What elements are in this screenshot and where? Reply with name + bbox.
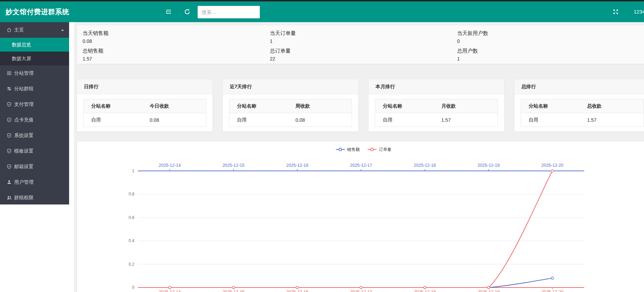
sidebar-item-label: 分站群组 — [12, 86, 34, 92]
svg-text:2025-12-18: 2025-12-18 — [414, 290, 436, 292]
users-icon — [6, 195, 12, 201]
ranking-card-title: 日排行 — [77, 79, 212, 94]
stat-value: 1 — [270, 38, 452, 45]
svg-text:2025-12-17: 2025-12-17 — [350, 163, 372, 168]
svg-text:2025-12-20: 2025-12-20 — [541, 163, 564, 168]
svg-text:2025-12-19: 2025-12-19 — [477, 163, 500, 168]
fullscreen-icon[interactable] — [609, 1, 622, 22]
shield-icon — [6, 101, 12, 107]
sliders-icon — [6, 86, 12, 92]
user-icon — [6, 179, 12, 185]
sidebar-item-substation-management[interactable]: 分站管理 — [0, 65, 69, 81]
sidebar-item-label: 用户管理 — [12, 179, 34, 185]
table-cell: 1.57 — [587, 113, 643, 127]
sidebar-item-label: 群组权限 — [12, 195, 34, 201]
app-header: 妙文馆付费进群系统 12345 — [0, 1, 644, 22]
table-cell: 自用 — [229, 113, 296, 127]
sidebar-item-label: 支付管理 — [12, 101, 34, 108]
stat-value: 22 — [270, 55, 452, 62]
sidebar-item-label: 模板设置 — [12, 148, 34, 154]
table-header-cell: 总收款 — [587, 99, 643, 113]
svg-text:2025-12-16: 2025-12-16 — [286, 163, 308, 168]
ranking-table: 分站名称周收款自用0.08 — [229, 99, 352, 127]
svg-text:2025-12-16: 2025-12-16 — [286, 290, 308, 292]
table-cell: 0.08 — [295, 113, 352, 127]
sidebar-item-card-recharge[interactable]: 点卡充值 — [0, 112, 69, 128]
search-input[interactable] — [198, 6, 260, 18]
shield-icon — [6, 164, 12, 170]
sidebar-item-template-settings[interactable]: 模板设置 — [0, 143, 69, 159]
stat-cell: 当天销售额0.08 — [77, 27, 264, 45]
table-header-cell: 今日收款 — [150, 99, 206, 113]
svg-text:2025-12-15: 2025-12-15 — [222, 290, 245, 292]
ranking-card: 近7天排行分站名称周收款自用0.08 — [222, 79, 359, 132]
menu-collapse-icon[interactable] — [162, 1, 175, 22]
table-cell: 自用 — [521, 113, 587, 127]
sidebar-item-payment-management[interactable]: 支付管理 — [0, 97, 69, 112]
ranking-table: 分站名称总收款自用1.57 — [521, 99, 644, 127]
table-cell: 自用 — [84, 113, 150, 127]
legend-item-sales[interactable]: 销售额 — [335, 147, 360, 152]
svg-text:2025-12-15: 2025-12-15 — [222, 163, 245, 168]
legend-label: 销售额 — [347, 147, 360, 152]
svg-text:0.6: 0.6 — [129, 215, 134, 220]
stat-cell: 当天订单量1 — [264, 27, 452, 45]
chart-card: 销售额订单量 00.20.40.60.812025-12-142025-12-1… — [77, 141, 644, 292]
svg-text:1: 1 — [132, 168, 134, 173]
ranking-table: 分站名称今日收款自用0.08 — [83, 99, 206, 127]
sidebar-item-group-permissions[interactable]: 群组权限 — [0, 190, 69, 206]
stats-card: 当天销售额0.08当天订单量1当天新用户数0总销售额1.57总订单量22总用户数… — [77, 25, 644, 64]
stat-value: 0.08 — [83, 38, 264, 45]
sidebar: 主页数据总览数据大屏分站管理分站群组支付管理点卡充值系统设置模板设置邮箱设置用户… — [0, 22, 69, 204]
username[interactable]: 12345 — [634, 1, 644, 22]
table-row: 自用0.08 — [229, 113, 352, 127]
svg-text:2025-12-14: 2025-12-14 — [159, 290, 181, 292]
svg-text:0.4: 0.4 — [129, 238, 134, 243]
ranking-card: 日排行分站名称今日收款自用0.08 — [77, 79, 213, 132]
sidebar-item-data-screen[interactable]: 数据大屏 — [0, 52, 69, 65]
legend-item-orders[interactable]: 订单量 — [367, 147, 391, 152]
ranking-card: 本月排行分站名称月收款自用1.57 — [368, 79, 504, 132]
sidebar-item-user-management[interactable]: 用户管理 — [0, 174, 69, 190]
stat-value: 1.57 — [83, 55, 264, 62]
ranking-card: 总排行分站名称总收款自用1.57 — [514, 79, 644, 132]
stat-label: 当天订单量 — [270, 29, 452, 38]
stat-label: 总用户数 — [457, 46, 638, 55]
table-cell: 1.57 — [441, 113, 498, 127]
sidebar-item-label: 点卡充值 — [12, 117, 34, 123]
sidebar-item-system-settings[interactable]: 系统设置 — [0, 128, 69, 143]
table-header-row: 分站名称总收款 — [521, 99, 644, 113]
sidebar-item-label: 分站管理 — [12, 70, 34, 76]
main-content: 当天销售额0.08当天订单量1当天新用户数0总销售额1.57总订单量22总用户数… — [69, 22, 644, 292]
table-header-row: 分站名称周收款 — [229, 99, 352, 113]
svg-text:0.2: 0.2 — [129, 262, 134, 267]
sidebar-item-home[interactable]: 主页 — [0, 22, 69, 38]
svg-text:0.8: 0.8 — [129, 192, 134, 197]
sidebar-item-email-settings[interactable]: 邮箱设置 — [0, 159, 69, 174]
stat-cell: 当天新用户数0 — [452, 27, 638, 45]
refresh-icon[interactable] — [181, 1, 193, 22]
svg-text:2025-12-17: 2025-12-17 — [350, 290, 372, 292]
table-row: 自用0.08 — [84, 113, 206, 127]
sidebar-item-substation-groups[interactable]: 分站群组 — [0, 81, 69, 97]
window-top-edge — [0, 0, 644, 1]
table-header-cell: 周收款 — [295, 99, 352, 113]
table-cell: 自用 — [375, 113, 442, 127]
table-header-cell: 分站名称 — [84, 99, 150, 113]
table-header-cell: 月收款 — [441, 99, 498, 113]
legend-marker-icon — [335, 147, 345, 152]
ranking-card-body: 分站名称月收款自用1.57 — [369, 94, 504, 131]
stat-value: 1 — [457, 55, 638, 62]
table-header-cell: 分站名称 — [229, 99, 296, 113]
table-row: 自用1.57 — [375, 113, 498, 127]
ranking-row: 日排行分站名称今日收款自用0.08近7天排行分站名称周收款自用0.08本月排行分… — [77, 79, 644, 132]
stat-label: 总订单量 — [270, 46, 452, 55]
ranking-card-title: 总排行 — [514, 79, 644, 94]
svg-text:2025-12-19: 2025-12-19 — [477, 290, 500, 292]
sidebar-item-data-overview[interactable]: 数据总览 — [0, 38, 69, 52]
sidebar-item-label: 主页 — [12, 27, 24, 33]
stat-cell: 总订单量22 — [264, 45, 452, 62]
shield-icon — [6, 148, 12, 154]
stat-label: 当天新用户数 — [457, 29, 638, 38]
stat-label: 当天销售额 — [83, 29, 264, 38]
